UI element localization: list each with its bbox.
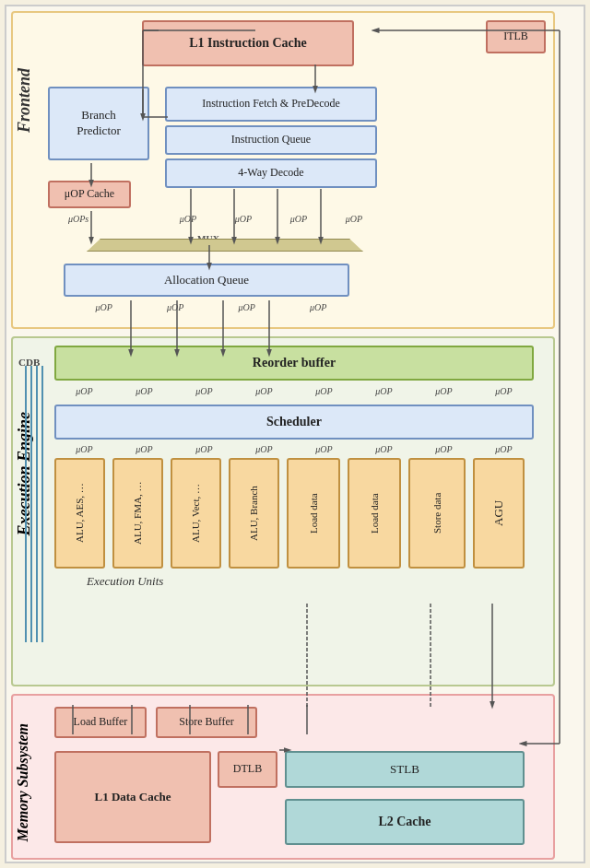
uop-cache-box: μOP Cache xyxy=(48,181,131,208)
frontend-label: Frontend xyxy=(15,68,34,133)
reorder-buffer-box: Reorder buffer xyxy=(54,346,534,381)
l1-dcache-box: L1 Data Cache xyxy=(54,751,211,843)
rob-uop-labels: μOP μOP μOP μOP μOP μOP μOP μOP xyxy=(54,386,534,396)
load-buffer-box: Load Buffer xyxy=(54,707,147,738)
uop-labels-row: μOP μOP μOP μOP xyxy=(160,214,382,224)
memory-label: Memory Subsystem xyxy=(15,723,31,841)
eu1-box: ALU, AES, … xyxy=(54,458,105,569)
eu4-box: ALU, Branch xyxy=(229,458,279,569)
fetch-predecode-box: Instruction Fetch & PreDecode xyxy=(165,87,377,122)
eu5-box: Load data xyxy=(287,458,340,569)
execution-units-label: Execution Units xyxy=(87,574,163,589)
section-execution: Execution Engine CDB Reorder buffer μOP … xyxy=(11,336,555,686)
store-buffer-box: Store Buffer xyxy=(156,707,257,738)
instruction-queue-box: Instruction Queue xyxy=(165,125,377,155)
eu2-box: ALU, FMA, … xyxy=(112,458,163,569)
stlb-box: STLB xyxy=(285,751,525,788)
branch-predictor-box: Branch Predictor xyxy=(48,87,149,160)
sched-uop-labels: μOP μOP μOP μOP μOP μOP μOP μOP xyxy=(54,444,534,454)
eu8-box: AGU xyxy=(473,458,525,569)
eu6-box: Load data xyxy=(348,458,401,569)
four-way-decode-box: 4-Way Decode xyxy=(165,158,377,188)
section-frontend: Frontend ITLB L1 Instruction Cache Branc… xyxy=(11,11,555,329)
dtlb-box: DTLB xyxy=(218,751,277,788)
itlb-box: ITLB xyxy=(486,20,546,53)
allocation-queue-box: Allocation Queue xyxy=(64,264,349,297)
uops-label: μOPs xyxy=(68,214,88,224)
l2-cache-box: L2 Cache xyxy=(285,799,525,845)
mux-shape xyxy=(87,239,363,252)
alloc-uop-labels: μOP μOP μOP μOP xyxy=(68,302,354,312)
l1-icache-box: L1 Instruction Cache xyxy=(142,20,354,66)
section-memory: Memory Subsystem Load Buffer Store Buffe… xyxy=(11,694,555,860)
cdb-lines xyxy=(17,366,53,651)
eu7-box: Store data xyxy=(408,458,466,569)
scheduler-box: Scheduler xyxy=(54,405,534,440)
eu3-box: ALU, Vect, … xyxy=(171,458,221,569)
diagram-container: Frontend ITLB L1 Instruction Cache Branc… xyxy=(5,5,585,863)
